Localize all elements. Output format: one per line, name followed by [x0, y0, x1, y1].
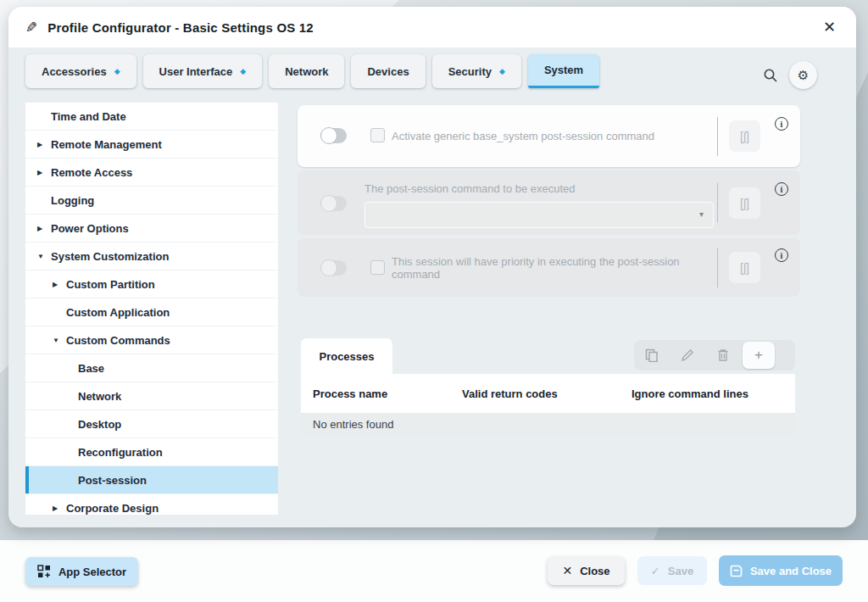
processes-toolbar: + — [634, 340, 795, 371]
profile-settings-button[interactable]: ⚙ — [789, 61, 817, 89]
copy-icon[interactable] — [634, 348, 670, 362]
column-ignore-command-lines: Ignore command lines — [632, 387, 795, 400]
chevron-right-icon: ▶ — [37, 141, 42, 148]
tree-item-post-session[interactable]: Post-session — [25, 466, 278, 494]
info-icon[interactable]: i — [775, 182, 788, 196]
edit-pencil-icon: ✎ — [25, 19, 37, 36]
tab-security[interactable]: Security ◆ — [432, 54, 521, 88]
dialog-title: Profile Configurator - Basic Settings OS… — [47, 20, 314, 35]
setting-label: This session will have priority in execu… — [392, 255, 722, 281]
settings-tree: Time and Date ▶Remote Management ▶Remote… — [25, 103, 278, 515]
tree-item-reconfiguration[interactable]: Reconfiguration — [25, 438, 278, 466]
tree-item-custom-partition[interactable]: ▶Custom Partition — [25, 270, 278, 298]
tree-item-corporate-design[interactable]: ▶Corporate Design — [25, 494, 278, 515]
profile-configurator-dialog: ✎ Profile Configurator - Basic Settings … — [8, 7, 856, 527]
chevron-right-icon: ▶ — [37, 169, 42, 176]
divider — [717, 117, 718, 156]
gear-icon: ⚙ — [798, 68, 809, 83]
tab-label: User Interface — [159, 65, 233, 78]
tree-item-desktop[interactable]: Desktop — [25, 410, 278, 438]
info-icon[interactable]: i — [775, 117, 788, 131]
table-header: Process name Valid return codes Ignore c… — [301, 374, 795, 413]
command-toggle[interactable] — [320, 196, 347, 211]
tree-item-custom-application[interactable]: Custom Application — [25, 298, 278, 326]
function-button[interactable]: [ʃ] — [729, 252, 760, 283]
close-button[interactable]: ✕ Close — [548, 556, 625, 585]
tab-processes[interactable]: Processes — [301, 338, 392, 374]
processes-table: Process name Valid return codes Ignore c… — [301, 374, 795, 435]
setting-post-session-command-select: The post-session command to be executed … — [298, 170, 800, 235]
app-selector-button[interactable]: App Selector — [25, 557, 138, 586]
tree-item-base[interactable]: Base — [25, 354, 278, 382]
tab-label: System — [544, 64, 583, 76]
activate-toggle[interactable] — [320, 128, 347, 143]
toggle-knob — [320, 195, 337, 212]
dialog-header: ✎ Profile Configurator - Basic Settings … — [8, 7, 856, 47]
setting-activate-post-session-command: Activate generic base_system post-sessio… — [298, 105, 800, 167]
search-icon[interactable] — [763, 68, 778, 83]
divider — [717, 248, 718, 287]
tree-item-network[interactable]: Network — [25, 382, 278, 410]
info-icon[interactable]: i — [775, 248, 788, 262]
toggle-knob — [320, 127, 337, 144]
chevron-right-icon: ▶ — [37, 225, 42, 232]
toggle-knob — [320, 259, 337, 276]
save-disk-icon — [730, 565, 743, 577]
function-button[interactable]: [ʃ] — [729, 120, 760, 152]
tree-item-power-options[interactable]: ▶Power Options — [25, 215, 278, 242]
chevron-down-icon: ▼ — [53, 337, 59, 344]
column-valid-return-codes: Valid return codes — [462, 387, 632, 400]
tab-accessories[interactable]: Accessories ◆ — [25, 54, 136, 88]
function-button[interactable]: [ʃ] — [729, 187, 760, 219]
modified-diamond-icon: ◆ — [499, 68, 505, 75]
tree-item-custom-commands[interactable]: ▼Custom Commands — [25, 326, 278, 354]
table-empty-row: No entries found — [301, 413, 795, 435]
add-button[interactable]: + — [743, 342, 775, 369]
tree-item-remote-management[interactable]: ▶Remote Management — [25, 131, 278, 159]
divider — [717, 183, 718, 222]
activate-checkbox[interactable] — [370, 128, 385, 142]
setting-label: The post-session command to be executed — [364, 182, 576, 195]
tree-item-logging[interactable]: Logging — [25, 187, 278, 215]
setting-label: Activate generic base_system post-sessio… — [392, 130, 654, 142]
tab-user-interface[interactable]: User Interface ◆ — [143, 54, 263, 88]
chevron-down-icon: ▾ — [699, 209, 704, 219]
x-icon: ✕ — [562, 564, 572, 577]
tree-item-time-and-date[interactable]: Time and Date — [25, 103, 278, 131]
edit-icon[interactable] — [670, 348, 705, 362]
tab-label: Devices — [367, 65, 409, 78]
command-select[interactable]: ▾ — [364, 202, 714, 228]
tab-devices[interactable]: Devices — [351, 54, 425, 88]
close-icon[interactable]: ✕ — [823, 20, 836, 35]
chevron-down-icon: ▼ — [37, 253, 44, 260]
tab-label: Network — [285, 65, 328, 78]
modified-diamond-icon: ◆ — [114, 68, 120, 75]
chevron-right-icon: ▶ — [53, 504, 58, 512]
save-and-close-button[interactable]: Save and Close — [719, 555, 843, 586]
tree-item-system-customization[interactable]: ▼System Customization — [25, 242, 278, 270]
check-icon: ✓ — [651, 565, 660, 577]
tab-label: Security — [448, 65, 492, 78]
priority-checkbox[interactable] — [370, 260, 385, 275]
app-grid-icon — [37, 565, 51, 578]
save-button[interactable]: ✓ Save — [637, 556, 707, 585]
column-process-name: Process name — [301, 387, 462, 400]
tree-item-remote-access[interactable]: ▶Remote Access — [25, 159, 278, 187]
tab-bar: Accessories ◆ User Interface ◆ Network D… — [25, 54, 599, 88]
delete-icon[interactable] — [705, 348, 741, 362]
setting-session-priority: This session will have priority in execu… — [298, 238, 800, 297]
priority-toggle[interactable] — [320, 260, 347, 276]
tab-label: Accessories — [42, 65, 107, 78]
chevron-right-icon: ▶ — [53, 281, 58, 288]
modified-diamond-icon: ◆ — [240, 68, 246, 75]
tab-network[interactable]: Network — [269, 54, 344, 88]
tab-system[interactable]: System — [528, 54, 599, 88]
